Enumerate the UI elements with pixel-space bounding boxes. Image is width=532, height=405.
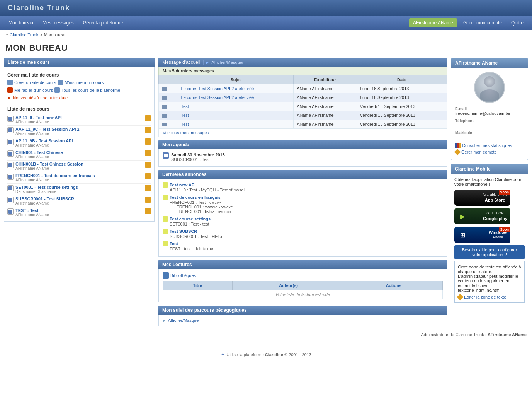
list-item: Test TEST : test - delete me [163,241,443,251]
lectures-col-auteur: Auteur(s) [232,281,345,290]
course-tool-icon-1[interactable] [145,127,151,133]
all-courses-link[interactable]: Tous les cours de la plateforme [61,87,120,93]
annonce-title-1[interactable]: Test de cours en français [163,195,443,200]
course-teacher-5: AFirstname AName [15,178,95,182]
list-item: FRENCH001 - Test de cours en français AF… [7,172,151,184]
breadcrumb-claroline[interactable]: Claroline Trunk [10,32,38,37]
msg-icon-3 [162,114,167,118]
table-row: Test AName AFirstname Vendredi 13 Septem… [159,102,447,111]
course-teacher-8: AFirstname AName [15,213,49,217]
msg-subject-4[interactable]: Test [181,122,189,126]
new-date-icon: ● [7,95,10,101]
course-tool-icon-0[interactable] [145,115,151,121]
course-name-2[interactable]: API11_9B - Test Session API [15,138,73,143]
list-item: Test de cours en français FRENCH001 : Te… [163,195,443,214]
msg-subject-0[interactable]: Le cours Test Session API 2 a été créé [181,86,254,91]
windowsphone-badge[interactable]: ⊞ Windows Phone Soon [454,227,510,243]
course-tool-icon-7[interactable] [145,197,151,203]
googleplay-badge[interactable]: ▶ GET IT ON Google play [454,208,510,224]
course-name-0[interactable]: API11_9 - Test new API [15,115,62,120]
agenda-event: SUBSCR0001 : Test [171,157,225,162]
list-item: CHIN001 - Test Chinese AFirstname AName [7,149,151,161]
msg-subject-3[interactable]: Test [181,113,189,118]
right-panel: AFirstname AName E-mail frederic.minne@u… [451,58,528,160]
col-date: Date [357,75,447,84]
table-row: Votre liste de lecture est vide [163,290,443,299]
annonce-title-2[interactable]: Test course settings [163,216,443,222]
googleplay-text: GET IT ON Google play [483,211,507,221]
msg-icon-1 [162,96,167,100]
course-name-4[interactable]: CHIN001B - Test Chinese Session [15,162,83,166]
msg-subject-1[interactable]: Le cours Test Session API 2 a été créé [181,95,254,100]
middle-column: Message d'accueil | ▶ Afficher/Masquer M… [158,58,447,326]
new-date-link[interactable]: Nouveautés à une autre date [13,95,68,101]
android-icon: ▶ [457,211,467,221]
course-name-6[interactable]: SET0001 - Test course settings [15,185,78,190]
list-item: API11_9 - Test new API AFirstname AName [7,114,151,126]
table-row: Le cours Test Session API 2 a été créé A… [159,84,447,93]
quit-link[interactable]: Quitter [508,18,528,27]
annonce-icon-2 [163,216,168,222]
list-item: SET0001 - Test course settings DFirstnam… [7,184,151,195]
agenda-item: Samedi 30 Novembre 2013 SUBSCR0001 : Tes… [163,152,443,162]
course-name-1[interactable]: AAPI11_9C - Test Session API 2 [15,127,80,132]
msg-icon-4 [162,123,167,126]
right-panel-header: AFirstname AName [451,58,528,68]
all-courses-icon [54,87,60,93]
nav-item-mes-messages[interactable]: Mes messages [38,17,78,29]
avatar [474,72,505,103]
avatar-container [455,72,524,103]
course-tool-icon-6[interactable] [145,185,151,191]
user-button[interactable]: AFirstname AName [409,18,457,27]
course-tool-icon-4[interactable] [145,162,151,168]
email-field: E-mail frederic.minne@uclouvain.be [455,107,524,116]
stats-link[interactable]: Consulter mes statistiques [455,143,524,148]
list-item: Test course settings SET0001 : Test - te… [163,216,443,226]
bibliotheques-link[interactable]: Bibliothèques [163,272,443,279]
course-name-8[interactable]: TEST - Test [15,208,49,213]
windowsphone-soon: Soon [499,227,511,232]
telephone-field: Téléphone - [455,119,524,128]
nav-item-gerer-plateforme[interactable]: Gérer la plateforme [78,17,127,29]
course-tool-icon-5[interactable] [145,173,151,179]
unsubscribe-link[interactable]: Me radier d'un cours [14,87,53,93]
help-button[interactable]: Besoin d'aide pour configurer votre appl… [454,245,525,259]
course-name-3[interactable]: CHIN001 - Test Chinese [15,150,63,155]
msg-icon-2 [162,105,167,109]
manage-account-link[interactable]: Gérer mon compte [460,18,505,27]
parcours-header: Mon suivi des parcours pédagogiques [158,306,447,315]
annonces-container: Test new API API11_9 : Test - MySQLi - T… [163,182,443,251]
mobile-title: Claroline Mobile [451,164,528,174]
toggle-link[interactable]: Afficher/Masquer [211,60,243,65]
annonce-icon-4 [163,241,168,246]
account-link[interactable]: Gérer mon compte [455,150,524,154]
see-all-messages-link[interactable]: Voir tous mes messages [158,129,447,137]
edit-zone-link[interactable]: Editer la zone de texte [458,295,521,299]
course-tool-icon-2[interactable] [145,138,151,145]
nav-item-mon-bureau[interactable]: Mon bureau [4,17,38,29]
course-icon-8 [7,208,14,215]
app-title: Claroline Trunk [8,4,524,12]
list-item: CHIN001B - Test Chinese Session AFirstna… [7,161,151,172]
toggle-icon: ▶ [206,60,209,65]
subscribe-link[interactable]: M'inscrire à un cours [65,80,104,85]
page-title: MON BUREAU [0,40,532,58]
course-tool-icon-3[interactable] [145,150,151,156]
course-name-5[interactable]: FRENCH001 - Test de cours en français [15,173,95,178]
course-name-7[interactable]: SUBSCR0001 - Test SUBSCR [15,197,74,201]
create-course-link[interactable]: Créer un site de cours [14,80,56,85]
telephone-label: Téléphone [455,119,524,123]
messages-table: Sujet Expéditeur Date Le cours Test Sess… [158,75,447,129]
email-value: frederic.minne@uclouvain.be [455,111,524,116]
annonce-title-4[interactable]: Test [163,241,443,246]
msg-subject-2[interactable]: Test [181,104,189,109]
annonce-title-0[interactable]: Test new API [163,182,443,188]
appstore-badge[interactable]: Available on the App Store Soon [454,190,510,206]
parcours-toggle-link[interactable]: Afficher/Masquer [168,318,200,323]
annonce-title-3[interactable]: Test SUBSCR [163,229,443,234]
mobile-section: Claroline Mobile Obtenez l'application C… [451,164,528,306]
course-tool-icon-8[interactable] [145,208,151,214]
msg-icon-0 [162,87,167,91]
calendar-icon [163,152,169,159]
footer-text: Utilise la plateforme Claroline © 2001 -… [226,352,311,357]
